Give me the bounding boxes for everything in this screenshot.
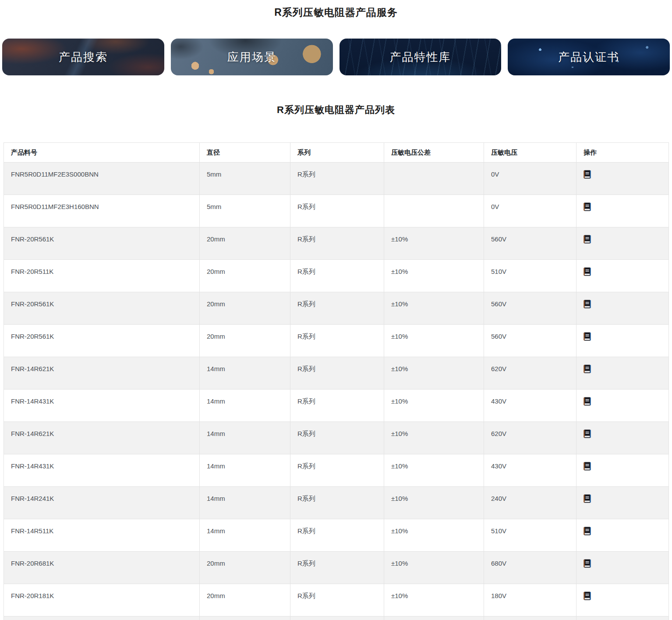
cell-diameter: 20mm — [200, 227, 290, 260]
product-list-title: R系列压敏电阻器产品列表 — [0, 103, 672, 117]
cell-series: R系列 — [290, 325, 384, 357]
banner-product-search[interactable]: 产品搜索 — [2, 39, 164, 75]
book-icon — [584, 267, 591, 276]
view-detail-button[interactable] — [584, 300, 591, 308]
cell-series: R系列 — [290, 163, 384, 195]
table-row: FNR-20R511K 20mm R系列 ±10% 510V — [4, 260, 669, 292]
book-icon — [584, 202, 591, 211]
cell-tolerance: ±10% — [384, 357, 484, 390]
table-row: FNR-20R561K 20mm R系列 ±10% 560V — [4, 325, 669, 357]
cell-tolerance: ±10% — [384, 552, 484, 584]
view-detail-button[interactable] — [584, 527, 591, 535]
cell-tolerance: ±10% — [384, 422, 484, 454]
cell-part-number: FNR-20R561K — [4, 325, 200, 357]
table-row: FNR-14R621K 14mm R系列 ±10% 620V — [4, 422, 669, 454]
cell-tolerance: ±10% — [384, 616, 484, 620]
view-detail-button[interactable] — [584, 592, 591, 600]
cell-series: R系列 — [290, 390, 384, 422]
view-detail-button[interactable] — [584, 559, 591, 568]
book-icon — [584, 429, 591, 438]
cell-tolerance: ±10% — [384, 260, 484, 292]
cell-voltage: 620V — [484, 357, 577, 390]
cell-tolerance: ±10% — [384, 519, 484, 552]
book-icon — [584, 527, 591, 535]
table-row: FNR-20R561K 20mm R系列 ±10% 560V — [4, 292, 669, 325]
cell-series: R系列 — [290, 227, 384, 260]
cell-actions — [577, 422, 669, 454]
cell-series: R系列 — [290, 616, 384, 620]
cell-tolerance: ±10% — [384, 390, 484, 422]
cell-diameter: 14mm — [200, 390, 290, 422]
product-table-body: FNR5R0D11MF2E3S000BNN 5mm R系列 0V FNR5R0D… — [4, 163, 669, 620]
cell-diameter: 5mm — [200, 163, 290, 195]
cell-series: R系列 — [290, 584, 384, 616]
view-detail-button[interactable] — [584, 235, 591, 244]
cell-voltage: 0V — [484, 195, 577, 227]
cell-voltage: 430V — [484, 454, 577, 487]
cell-actions — [577, 292, 669, 325]
view-detail-button[interactable] — [584, 332, 591, 341]
cell-part-number: FNR-14R431K — [4, 390, 200, 422]
cell-actions — [577, 552, 669, 584]
cell-voltage: 510V — [484, 260, 577, 292]
view-detail-button[interactable] — [584, 462, 591, 471]
cell-diameter: 20mm — [200, 260, 290, 292]
view-detail-button[interactable] — [584, 365, 591, 373]
cell-voltage: 560V — [484, 227, 577, 260]
cell-part-number: FNR5R0D11MF2E3H160BNN — [4, 195, 200, 227]
table-row: FNR-25R122K 25mm R系列 ±10% 1200V — [4, 616, 669, 620]
cell-series: R系列 — [290, 195, 384, 227]
book-icon — [584, 332, 591, 341]
cell-tolerance: ±10% — [384, 487, 484, 519]
banner-application-scenarios-label: 应用场景 — [227, 50, 276, 65]
table-row: FNR-14R241K 14mm R系列 ±10% 240V — [4, 487, 669, 519]
cell-diameter: 20mm — [200, 292, 290, 325]
cell-series: R系列 — [290, 454, 384, 487]
cell-part-number: FNR-20R681K — [4, 552, 200, 584]
cell-actions — [577, 163, 669, 195]
column-header-part-number: 产品料号 — [4, 143, 200, 163]
cell-actions — [577, 390, 669, 422]
banner-characteristics-library-label: 产品特性库 — [389, 50, 451, 65]
cell-voltage: 240V — [484, 487, 577, 519]
column-header-tolerance: 压敏电压公差 — [384, 143, 484, 163]
table-header-row: 产品料号 直径 系列 压敏电压公差 压敏电压 操作 — [4, 143, 669, 163]
banner-application-scenarios[interactable]: 应用场景 — [171, 39, 333, 75]
view-detail-button[interactable] — [584, 202, 591, 211]
cell-voltage: 180V — [484, 584, 577, 616]
cell-tolerance: ±10% — [384, 454, 484, 487]
cell-voltage: 560V — [484, 325, 577, 357]
cell-voltage: 510V — [484, 519, 577, 552]
book-icon — [584, 170, 591, 179]
cell-tolerance — [384, 163, 484, 195]
view-detail-button[interactable] — [584, 397, 591, 406]
cell-part-number: FNR-14R621K — [4, 357, 200, 390]
banner-certificates[interactable]: 产品认证书 — [508, 39, 670, 75]
cell-series: R系列 — [290, 552, 384, 584]
view-detail-button[interactable] — [584, 429, 591, 438]
cell-part-number: FNR-14R241K — [4, 487, 200, 519]
cell-actions — [577, 357, 669, 390]
cell-series: R系列 — [290, 357, 384, 390]
cell-actions — [577, 487, 669, 519]
cell-part-number: FNR-25R122K — [4, 616, 200, 620]
book-icon — [584, 397, 591, 406]
cell-series: R系列 — [290, 422, 384, 454]
cell-tolerance: ±10% — [384, 325, 484, 357]
cell-actions — [577, 519, 669, 552]
cell-tolerance — [384, 195, 484, 227]
cell-voltage: 680V — [484, 552, 577, 584]
view-detail-button[interactable] — [584, 494, 591, 503]
cell-voltage: 430V — [484, 390, 577, 422]
view-detail-button[interactable] — [584, 267, 591, 276]
cell-tolerance: ±10% — [384, 292, 484, 325]
cell-series: R系列 — [290, 487, 384, 519]
column-header-series: 系列 — [290, 143, 384, 163]
cell-actions — [577, 454, 669, 487]
banner-characteristics-library[interactable]: 产品特性库 — [340, 39, 502, 75]
table-row: FNR-14R431K 14mm R系列 ±10% 430V — [4, 390, 669, 422]
view-detail-button[interactable] — [584, 170, 591, 179]
table-row: FNR5R0D11MF2E3S000BNN 5mm R系列 0V — [4, 163, 669, 195]
cell-actions — [577, 325, 669, 357]
cell-series: R系列 — [290, 519, 384, 552]
